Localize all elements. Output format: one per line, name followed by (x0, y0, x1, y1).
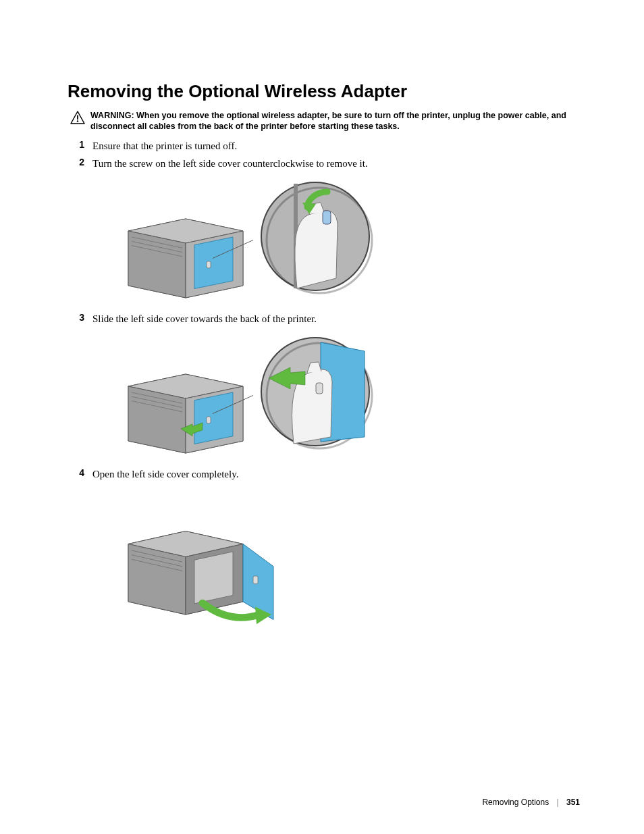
step-4: 4 Open the left side cover completely. (68, 467, 580, 481)
svg-rect-16 (323, 211, 331, 224)
figure-step-2 (122, 177, 580, 305)
page-footer: Removing Options | 351 (482, 798, 580, 807)
svg-rect-11 (207, 261, 211, 268)
svg-rect-32 (316, 383, 323, 394)
step-text: Slide the left side cover towards the ba… (92, 312, 317, 325)
step-3: 3 Slide the left side cover towards the … (68, 312, 580, 325)
footer-separator: | (557, 798, 559, 807)
svg-rect-43 (253, 576, 258, 583)
inset-illustration (257, 177, 375, 295)
warning-text: WARNING: When you remove the optional wi… (90, 110, 580, 132)
printer-illustration (122, 201, 253, 302)
section-heading: Removing the Optional Wireless Adapter (68, 81, 580, 102)
svg-marker-41 (194, 551, 233, 603)
svg-marker-36 (128, 544, 186, 615)
footer-section: Removing Options (482, 798, 549, 807)
svg-marker-25 (194, 392, 233, 444)
printer-illustration (122, 512, 277, 633)
step-text: Ensure that the printer is turned off. (92, 139, 237, 153)
figure-step-4 (122, 488, 580, 617)
step-text: Open the left side cover completely. (92, 467, 238, 481)
step-text: Turn the screw on the left side cover co… (92, 157, 368, 170)
step-number: 4 (68, 467, 84, 478)
svg-marker-5 (128, 231, 186, 298)
inset-illustration (257, 332, 375, 450)
warning-icon (70, 111, 85, 127)
footer-page-number: 351 (566, 798, 580, 807)
step-number: 1 (68, 139, 84, 150)
svg-marker-20 (128, 386, 186, 453)
step-1: 1 Ensure that the printer is turned off. (68, 139, 580, 153)
warning-body: When you remove the optional wireless ad… (90, 111, 566, 131)
figure-step-3 (122, 332, 580, 461)
printer-illustration (122, 356, 253, 461)
svg-rect-26 (207, 417, 211, 423)
step-number: 2 (68, 157, 84, 167)
svg-point-2 (77, 120, 78, 122)
warning-block: WARNING: When you remove the optional wi… (70, 110, 580, 132)
step-number: 3 (68, 312, 84, 323)
warning-label: WARNING: (90, 111, 134, 120)
step-2: 2 Turn the screw on the left side cover … (68, 157, 580, 170)
svg-marker-10 (194, 237, 233, 289)
